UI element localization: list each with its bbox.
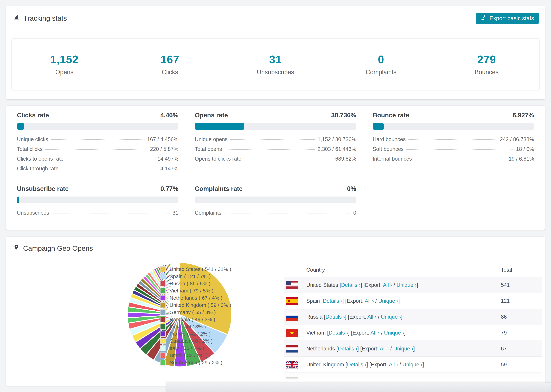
legend-label: Italy ( 36 / 2% )	[170, 345, 204, 351]
dotted-leader	[415, 159, 506, 159]
stat-row-total-opens: Total opens2,303 / 61.446%	[195, 146, 356, 156]
country-total: 86	[501, 314, 507, 320]
details-link[interactable]: Details ›	[347, 362, 367, 368]
country-cell: Vietnam [Details ›] [Export: All › / Uni…	[306, 330, 406, 336]
details-link[interactable]: Details ›	[338, 346, 357, 352]
bracket: ]	[401, 314, 403, 320]
rate-title: Opens rate	[195, 112, 228, 119]
rate-value: 6.927%	[513, 112, 534, 119]
bracket: /	[398, 362, 403, 368]
rate-block-opens-rate: Opens rate30.736%Unique opens1,152 / 30.…	[195, 112, 356, 175]
bracket: [	[323, 314, 325, 320]
details-link[interactable]: Details ›	[325, 314, 345, 320]
country-total: 121	[501, 298, 510, 304]
stat-row-unique-opens: Unique opens1,152 / 30.736%	[195, 136, 356, 146]
country-name: Vietnam	[306, 330, 326, 336]
stat-row-value: 242 / 86.738%	[500, 136, 534, 142]
geo-table: Country Total United States [Details ›] …	[284, 263, 542, 386]
export-unique-link[interactable]: Unique ›	[393, 346, 413, 352]
stat-row-value: 220 / 5.87%	[150, 146, 178, 152]
export-all-link[interactable]: All ›	[367, 314, 376, 320]
progress-bar-fill	[373, 123, 384, 130]
stat-row-unsubscribes: Unsubscribes31	[17, 210, 178, 220]
bracket: /	[389, 346, 393, 352]
export-unique-link[interactable]: Unique ›	[396, 282, 417, 288]
legend-swatch	[160, 317, 166, 322]
progress-bar-track	[195, 123, 356, 130]
stat-value: 31	[269, 53, 282, 66]
export-all-link[interactable]: All ›	[365, 298, 374, 304]
rate-block-clicks-rate: Clicks rate4.46%Unique clicks167 / 4.456…	[17, 112, 178, 175]
rate-value: 30.736%	[331, 112, 356, 119]
legend-label: South Africa ( 29 / 2% )	[170, 360, 222, 365]
dotted-leader	[225, 149, 315, 150]
country-cell: United Kingdom [Details ›] [Export: All …	[306, 362, 424, 368]
progress-bar-track	[17, 123, 178, 130]
legend-swatch	[160, 360, 166, 365]
tracking-stats-header: Tracking stats Export basic stats	[6, 6, 545, 24]
legend-item-romania: Romania ( 49 / 3% )	[160, 316, 231, 323]
bracket: ] [Export:	[345, 314, 367, 320]
bracket: ] [Export:	[348, 330, 370, 336]
stat-label: Unsubscribes	[257, 69, 294, 76]
legend-item-india: India ( 46 / 3% )	[160, 323, 231, 330]
bracket: ] [Export:	[357, 346, 380, 352]
stat-row-value: 14.497%	[157, 156, 178, 162]
rate-value: 0%	[347, 185, 356, 192]
stat-row-clicks-to-opens-rate: Clicks to opens rate14.497%	[17, 156, 178, 166]
rate-value: 0.77%	[160, 185, 178, 192]
stat-row-label: Total opens	[195, 146, 222, 152]
bracket: ]	[404, 330, 406, 336]
legend-label: Spain ( 121 / 7% )	[170, 273, 211, 279]
export-icon	[481, 14, 487, 22]
export-basic-stats-button[interactable]: Export basic stats	[476, 13, 539, 24]
tracking-stats-card: Tracking stats Export basic stats 1,152O…	[6, 6, 545, 100]
stat-row-value: 0	[353, 210, 356, 216]
export-all-link[interactable]: All ›	[370, 330, 380, 336]
legend-swatch	[160, 266, 166, 272]
bracket: /	[392, 282, 396, 288]
legend-label: France ( 42 / 2% )	[170, 331, 211, 337]
export-all-link[interactable]: All ›	[380, 346, 389, 352]
rate-block-complaints-rate: Complaints rate0%Complaints0	[195, 185, 356, 220]
campaign-geo-opens-card: Campaign Geo Opens United States ( 541 /…	[6, 237, 545, 386]
summary-stat-clicks: 167Clicks	[117, 39, 223, 90]
bar-chart-icon	[13, 14, 20, 23]
stat-row-value: 167 / 4.456%	[147, 136, 178, 142]
export-all-link[interactable]: All ›	[389, 362, 398, 368]
details-link[interactable]: Details ›	[323, 298, 342, 304]
tracking-stats-page: { "accent_color": "#0a8ca4", "bar_fill_c…	[0, 0, 551, 392]
stat-value: 1,152	[50, 53, 78, 66]
country-name: United States	[306, 282, 338, 288]
country-cell: United States [Details ›] [Export: All ›…	[306, 282, 418, 288]
legend-label: India ( 46 / 3% )	[170, 324, 206, 329]
export-unique-link[interactable]: Unique ›	[378, 298, 398, 304]
legend-swatch	[160, 345, 166, 351]
horizontal-scrollbar[interactable]	[166, 383, 551, 392]
details-link[interactable]: Details ›	[341, 282, 360, 288]
table-row-vietnam: Vietnam [Details ›] [Export: All › / Uni…	[284, 325, 542, 341]
summary-stat-opens: 1,152Opens	[12, 39, 117, 90]
legend-swatch	[160, 331, 166, 337]
stat-row-label: Internal bounces	[373, 156, 412, 162]
bracket: [	[338, 282, 341, 288]
details-link[interactable]: Details ›	[329, 330, 348, 336]
bracket: /	[376, 314, 381, 320]
legend-swatch	[160, 281, 166, 287]
tracking-stats-title: Tracking stats	[13, 14, 67, 23]
legend-label: Netherlands ( 67 / 4% )	[170, 295, 222, 301]
geo-table-header: Country Total	[284, 263, 542, 277]
stat-label: Clicks	[162, 69, 178, 76]
export-unique-link[interactable]: Unique ›	[381, 314, 401, 320]
dotted-leader	[406, 149, 513, 150]
dotted-leader	[230, 139, 315, 140]
bracket: /	[374, 298, 378, 304]
export-all-link[interactable]: All ›	[383, 282, 392, 288]
legend-swatch	[160, 295, 166, 301]
export-unique-link[interactable]: Unique ›	[403, 362, 423, 368]
rate-value: 4.46%	[160, 112, 178, 119]
export-unique-link[interactable]: Unique ›	[384, 330, 404, 336]
legend-item-united-states: United States ( 541 / 31% )	[160, 266, 231, 273]
stat-row-total-clicks: Total clicks220 / 5.87%	[17, 146, 178, 156]
export-button-label: Export basic stats	[490, 15, 534, 21]
